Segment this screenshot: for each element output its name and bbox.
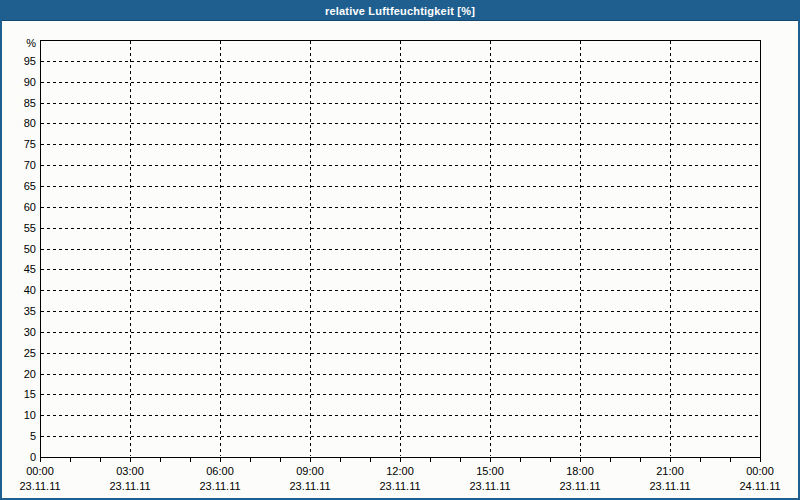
x-axis-time-label: 03:00 [116,465,144,477]
x-axis-date-label: 23.11.11 [559,480,600,492]
x-axis-date-label: 23.11.11 [199,480,240,492]
y-axis-unit-label: % [26,37,36,49]
y-axis-tick-label: 65 [24,180,36,192]
y-axis-tick-label: 20 [24,368,36,380]
y-axis-tick-label: 0 [30,451,36,463]
x-axis-time-label: 12:00 [386,465,414,477]
y-axis-tick-label: 80 [24,117,36,129]
y-axis-tick-label: 55 [24,222,36,234]
chart-window: relative Luftfeuchtigkeit [%] 0510152025… [0,0,800,500]
x-axis-time-label: 18:00 [566,465,594,477]
chart-area: 05101520253035404550556065707580859095%0… [2,21,798,498]
y-axis-tick-label: 35 [24,305,36,317]
y-axis-tick-label: 30 [24,326,36,338]
x-axis-time-label: 00:00 [746,465,774,477]
y-axis-tick-label: 85 [24,97,36,109]
y-axis-tick-label: 50 [24,243,36,255]
y-axis-tick-label: 40 [24,284,36,296]
x-axis-date-label: 23.11.11 [19,480,60,492]
x-axis-time-label: 15:00 [476,465,504,477]
window-title: relative Luftfeuchtigkeit [%] [325,2,475,20]
x-axis-time-label: 06:00 [206,465,234,477]
y-axis-tick-label: 70 [24,159,36,171]
y-axis-tick-label: 15 [24,388,36,400]
y-axis-tick-label: 95 [24,55,36,67]
y-axis-tick-label: 10 [24,409,36,421]
y-axis-tick-label: 60 [24,201,36,213]
x-axis-time-label: 21:00 [656,465,684,477]
y-axis-tick-label: 75 [24,138,36,150]
window-titlebar: relative Luftfeuchtigkeit [%] [2,2,798,21]
x-axis-time-label: 09:00 [296,465,324,477]
x-axis-time-label: 00:00 [26,465,54,477]
x-axis-date-label: 23.11.11 [109,480,150,492]
y-axis-tick-label: 45 [24,263,36,275]
x-axis-date-label: 23.11.11 [379,480,420,492]
x-axis-date-label: 24.11.11 [739,480,780,492]
y-axis-tick-label: 90 [24,76,36,88]
y-axis-tick-label: 5 [30,430,36,442]
humidity-chart: 05101520253035404550556065707580859095%0… [2,21,798,498]
x-axis-date-label: 23.11.11 [649,480,690,492]
x-axis-date-label: 23.11.11 [469,480,510,492]
x-axis-date-label: 23.11.11 [289,480,330,492]
y-axis-tick-label: 25 [24,347,36,359]
